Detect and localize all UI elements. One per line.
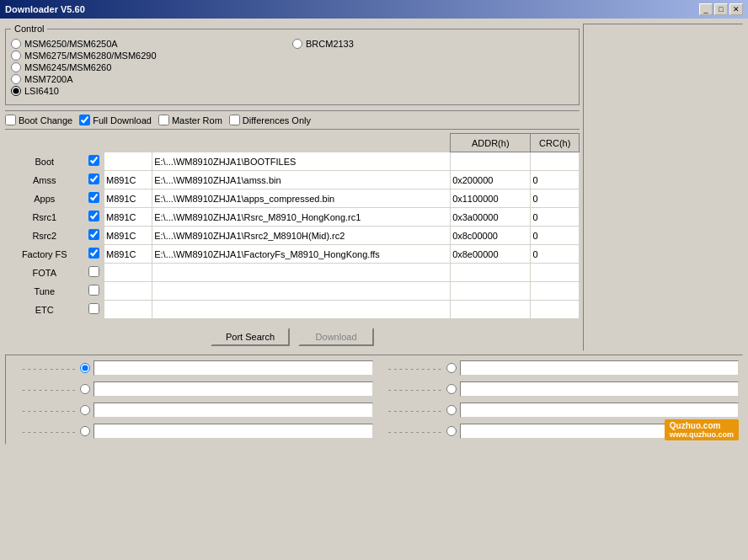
row-short-0 (104, 152, 152, 171)
port-row-left-2: ---------- (9, 401, 373, 419)
port-input-left-2[interactable] (94, 403, 373, 418)
radio-msm7200-label: MSM7200A (24, 74, 72, 84)
row-path-6 (152, 264, 451, 282)
radio-lsi6410-input[interactable] (11, 86, 21, 96)
full-download-checkbox[interactable] (79, 115, 90, 125)
options-bar: Boot Change Full Download Master Rom Dif… (5, 110, 580, 130)
table-row: Amss M891C E:\...\WM8910ZHJA1\amss.bin 0… (6, 171, 580, 189)
row-addr-2: 0x1100000 (451, 189, 531, 208)
row-check-8[interactable] (88, 303, 99, 314)
port-search-button[interactable]: Port Search (211, 328, 290, 346)
row-label-5: Factory FS (6, 245, 84, 264)
control-label: Control (11, 24, 47, 34)
port-radio-right-2[interactable] (446, 405, 457, 415)
row-label-1: Amss (6, 171, 84, 189)
radio-msm6275-label: MSM6275/MSM6280/MSM6290 (24, 51, 157, 61)
boot-change-checkbox[interactable] (5, 115, 16, 125)
port-radio-left-3[interactable] (80, 426, 90, 436)
row-label-2: Apps (6, 189, 84, 208)
window-title: Downloader V5.60 (5, 4, 85, 14)
row-crc-3: 0 (531, 208, 580, 227)
port-grid: ---------- ---------- ---------- -------… (9, 359, 739, 440)
main-window: Control MSM6250/MSM6250A MSM6275/MSM6280… (0, 19, 748, 560)
row-check-2[interactable] (88, 192, 99, 203)
radio-group-left: MSM6250/MSM6250A MSM6275/MSM6280/MSM6290… (11, 35, 292, 99)
row-check-3[interactable] (88, 211, 99, 221)
row-label-3: Rsrc1 (6, 208, 84, 227)
row-crc-2: 0 (531, 189, 580, 208)
port-row-right-2: ---------- (376, 401, 740, 419)
watermark: Quzhuo.com www.quzhuo.com (665, 419, 739, 440)
row-check-7[interactable] (88, 285, 99, 296)
port-input-left-1[interactable] (94, 381, 373, 397)
port-input-left-3[interactable] (94, 424, 373, 439)
row-addr-7 (451, 282, 531, 301)
row-check-1[interactable] (88, 173, 99, 184)
watermark-line2: www.quzhuo.com (670, 430, 734, 439)
row-crc-4: 0 (531, 227, 580, 245)
port-radio-left-0[interactable] (80, 363, 90, 373)
window-controls: _ □ ✕ (699, 3, 743, 15)
radio-msm6250-input[interactable] (11, 39, 21, 49)
row-label-4: Rsrc2 (6, 227, 84, 245)
row-label-8: ETC (6, 301, 84, 319)
button-bar: Port Search Download (5, 323, 580, 351)
radio-brcm2133-input[interactable] (292, 39, 302, 49)
port-input-right-0[interactable] (460, 360, 740, 376)
row-path-5: E:\...\WM8910ZHJA1\FactoryFs_M8910_HongK… (152, 245, 451, 264)
row-path-4: E:\...\WM8910ZHJA1\Rsrc2_M8910H(Mid).rc2 (152, 227, 451, 245)
port-radio-right-3[interactable] (446, 426, 457, 436)
addr-header: ADDR(h) (451, 134, 531, 152)
maximize-button[interactable]: □ (714, 3, 728, 15)
row-addr-5: 0x8e00000 (451, 245, 531, 264)
row-crc-1: 0 (531, 171, 580, 189)
row-path-8 (152, 301, 451, 319)
row-path-3: E:\...\WM8910ZHJA1\Rsrc_M8910_HongKong.r… (152, 208, 451, 227)
radio-lsi6410-label: LSI6410 (24, 86, 59, 96)
port-input-right-1[interactable] (460, 381, 740, 397)
row-path-2: E:\...\WM8910ZHJA1\apps_compressed.bin (152, 189, 451, 208)
watermark-line1: Quzhuo.com (670, 421, 734, 430)
differences-only-checkbox[interactable] (229, 115, 240, 125)
title-bar: Downloader V5.60 _ □ ✕ (0, 0, 748, 19)
port-input-right-2[interactable] (460, 403, 740, 418)
port-radio-left-1[interactable] (80, 384, 90, 394)
row-short-8 (104, 301, 152, 319)
row-check-5[interactable] (88, 248, 99, 259)
row-crc-0 (531, 152, 580, 171)
port-radio-right-1[interactable] (446, 384, 457, 394)
port-radio-right-0[interactable] (446, 363, 457, 373)
radio-msm6245-input[interactable] (11, 62, 21, 72)
row-label-7: Tune (6, 282, 84, 301)
differences-only-option: Differences Only (229, 115, 311, 125)
full-download-label: Full Download (93, 115, 152, 125)
download-button[interactable]: Download (298, 328, 374, 346)
master-rom-checkbox[interactable] (158, 115, 169, 125)
row-short-7 (104, 282, 152, 301)
port-radio-left-2[interactable] (80, 405, 90, 415)
right-panel (583, 24, 743, 351)
radio-msm7200: MSM7200A (11, 74, 292, 84)
bottom-section: ---------- ---------- ---------- -------… (5, 355, 743, 445)
minimize-button[interactable]: _ (699, 3, 713, 15)
row-short-1: M891C (104, 171, 152, 189)
radio-msm6245-label: MSM6245/MSM6260 (24, 62, 111, 72)
master-rom-label: Master Rom (172, 115, 222, 125)
radio-msm6275: MSM6275/MSM6280/MSM6290 (11, 51, 292, 61)
row-label-0: Boot (6, 152, 84, 171)
row-short-3: M891C (104, 208, 152, 227)
row-crc-8 (531, 301, 580, 319)
row-crc-5: 0 (531, 245, 580, 264)
row-check-4[interactable] (88, 229, 99, 240)
close-button[interactable]: ✕ (729, 3, 743, 15)
row-check-6[interactable] (88, 266, 99, 277)
table-row: Tune (6, 282, 580, 301)
radio-msm7200-input[interactable] (11, 74, 21, 84)
table-row: FOTA (6, 264, 580, 282)
row-path-1: E:\...\WM8910ZHJA1\amss.bin (152, 171, 451, 189)
radio-msm6275-input[interactable] (11, 51, 21, 61)
port-input-left-0[interactable] (94, 360, 373, 376)
row-check-0[interactable] (88, 155, 99, 166)
boot-change-label: Boot Change (19, 115, 72, 125)
table-row: Rsrc1 M891C E:\...\WM8910ZHJA1\Rsrc_M891… (6, 208, 580, 227)
